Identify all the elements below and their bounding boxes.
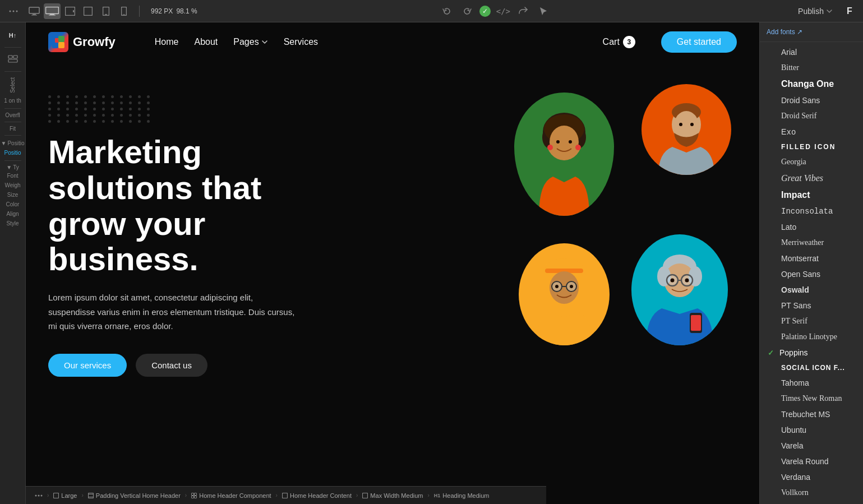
- device-tablet-square-btn[interactable]: [80, 3, 96, 19]
- font-prop-label: Font: [6, 172, 19, 180]
- font-list[interactable]: ArialBitterChanga OneDroid SansDroid Ser…: [760, 42, 863, 504]
- font-name-label: FILLED ICON: [781, 143, 836, 151]
- hero-img-slot-2: [627, 84, 731, 216]
- nav-home[interactable]: Home: [155, 37, 179, 47]
- get-started-button[interactable]: Get started: [661, 31, 737, 53]
- canvas-area[interactable]: Growfy Home About Pages Services Cart 3 …: [26, 22, 759, 504]
- nav-services[interactable]: Services: [284, 37, 318, 47]
- publish-button[interactable]: Publish: [793, 4, 837, 18]
- font-list-item[interactable]: FILLED ICON: [760, 140, 863, 154]
- font-list-item[interactable]: Bitter: [760, 60, 863, 76]
- hero-title: Marketing solutions that grow your busin…: [48, 134, 340, 277]
- nav-about[interactable]: About: [194, 37, 218, 47]
- font-list-item[interactable]: Droid Serif: [760, 108, 863, 124]
- breadcrumb-large[interactable]: Large: [49, 492, 81, 499]
- font-list-item[interactable]: SOCIAL ICON F...: [760, 360, 863, 375]
- font-list-item[interactable]: Oswald: [760, 282, 863, 298]
- font-list-item[interactable]: PT Sans: [760, 298, 863, 313]
- layout-icon-btn[interactable]: [3, 51, 23, 68]
- font-list-item[interactable]: Merriweather: [760, 235, 863, 251]
- bc-large-label: Large: [61, 492, 77, 499]
- bc-padding-label: Padding Vertical Home Header: [96, 492, 181, 499]
- canvas-dimensions: 992 PX 98.1 %: [151, 7, 197, 15]
- device-tablet-landscape-btn[interactable]: [62, 3, 79, 19]
- person-svg-3: [528, 253, 601, 345]
- breadcrumb-ellipsis[interactable]: [30, 492, 47, 500]
- toolbar-right: Publish F: [793, 3, 857, 19]
- svg-rect-16: [8, 56, 12, 58]
- svg-point-1: [13, 10, 15, 12]
- svg-rect-10: [73, 10, 74, 12]
- add-fonts-link[interactable]: Add fonts ↗: [767, 28, 802, 36]
- font-list-item[interactable]: Verdana: [760, 469, 863, 485]
- canvas-width: 992 PX: [151, 7, 173, 15]
- svg-rect-13: [105, 14, 107, 15]
- font-list-item[interactable]: Arial: [760, 44, 863, 60]
- svg-point-57: [35, 494, 37, 496]
- font-list-item[interactable]: Times New Roman: [760, 391, 863, 406]
- font-list-item[interactable]: Palatino Linotype: [760, 329, 863, 345]
- font-name-label: Bitter: [781, 63, 799, 72]
- font-list-item[interactable]: Open Sans: [760, 266, 863, 282]
- svg-point-29: [556, 140, 560, 144]
- font-list-item[interactable]: Changa One: [760, 76, 863, 93]
- svg-point-30: [569, 140, 572, 144]
- nav-pages[interactable]: Pages: [233, 37, 267, 47]
- bc-content-label: Home Header Content: [290, 492, 352, 499]
- font-list-item[interactable]: Exo: [760, 124, 863, 140]
- font-list-item[interactable]: Tahoma: [760, 375, 863, 391]
- font-name-label: Times New Roman: [781, 394, 842, 403]
- select-label: Select: [10, 75, 16, 95]
- font-list-item[interactable]: Lato: [760, 219, 863, 235]
- redo-button[interactable]: [459, 3, 475, 19]
- svg-rect-5: [31, 15, 37, 15]
- font-list-item[interactable]: Varela: [760, 438, 863, 454]
- font-name-label: Changa One: [781, 79, 834, 89]
- breadcrumb-heading-medium[interactable]: H1 Heading Medium: [430, 492, 494, 499]
- font-list-item[interactable]: Ubuntu: [760, 422, 863, 438]
- svg-point-44: [555, 285, 559, 288]
- svg-rect-61: [88, 493, 93, 498]
- font-name-label: Montserrat: [781, 254, 819, 263]
- breadcrumb-max-width-medium[interactable]: Max Width Medium: [358, 492, 427, 499]
- font-list-item[interactable]: Vollkorn: [760, 485, 863, 501]
- nav-cart[interactable]: Cart 3: [603, 36, 635, 48]
- share-button[interactable]: [515, 3, 531, 19]
- undo-button[interactable]: [439, 3, 455, 19]
- font-name-label: Georgia: [781, 158, 806, 167]
- font-list-item[interactable]: Georgia: [760, 154, 863, 170]
- svg-point-31: [547, 145, 553, 150]
- svg-point-54: [685, 279, 689, 283]
- font-list-item[interactable]: Trebuchet MS: [760, 406, 863, 422]
- color-prop-label: Color: [5, 200, 21, 209]
- font-list-item[interactable]: Inconsolata: [760, 204, 863, 219]
- our-services-button[interactable]: Our services: [48, 354, 127, 377]
- contact-us-button[interactable]: Contact us: [136, 354, 207, 377]
- breadcrumb-home-header-component[interactable]: Home Header Component: [187, 492, 275, 499]
- panel-separator-6: [4, 160, 21, 161]
- font-panel-toggle[interactable]: F: [842, 3, 857, 19]
- cursor-tool-button[interactable]: [536, 3, 551, 19]
- font-list-item[interactable]: Impact: [760, 187, 863, 204]
- breadcrumb-home-header-content[interactable]: Home Header Content: [278, 492, 356, 499]
- hero-img-1: [514, 93, 614, 216]
- more-options-button[interactable]: [6, 3, 21, 19]
- svg-rect-11: [84, 7, 93, 15]
- font-list-item[interactable]: Droid Sans: [760, 93, 863, 108]
- device-mobile-btn[interactable]: [116, 3, 132, 19]
- font-list-item[interactable]: Varela Round: [760, 454, 863, 469]
- font-list-item[interactable]: PT Serif: [760, 313, 863, 329]
- device-tablet-portrait-btn[interactable]: [98, 3, 114, 19]
- font-list-item[interactable]: Montserrat: [760, 251, 863, 266]
- code-editor-button[interactable]: </>: [495, 3, 511, 19]
- breadcrumb-bar: › Large › Padding Vertical Home Header ›…: [26, 486, 546, 504]
- svg-rect-22: [58, 42, 64, 48]
- device-desktop-large-btn[interactable]: [44, 3, 61, 19]
- hi-tool-button[interactable]: H↑: [3, 27, 23, 44]
- font-list-item[interactable]: Great Vibes: [760, 170, 863, 187]
- breadcrumb-padding-vertical[interactable]: Padding Vertical Home Header: [84, 492, 185, 499]
- font-list-item[interactable]: ✓Poppins: [760, 345, 863, 360]
- font-panel: Add fonts ↗ ArialBitterChanga OneDroid S…: [759, 22, 863, 504]
- device-desktop-btn[interactable]: [26, 3, 43, 19]
- dot-grid-decoration: [48, 95, 340, 123]
